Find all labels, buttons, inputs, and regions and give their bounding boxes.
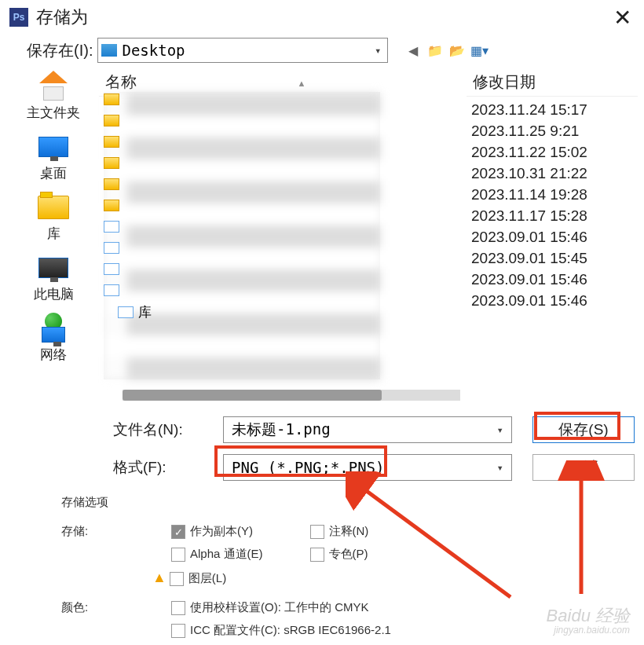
new-folder-icon[interactable]: 📂 xyxy=(449,43,465,57)
censored-file-names xyxy=(104,92,380,379)
photoshop-icon: Ps xyxy=(9,8,28,27)
checkbox-layers[interactable]: ▲图层(L) xyxy=(152,570,263,586)
chevron-down-icon: ▾ xyxy=(497,461,503,474)
chevron-down-icon: ▾ xyxy=(371,44,384,57)
horizontal-scrollbar[interactable] xyxy=(123,390,460,401)
file-date: 2023.09.01 15:45 xyxy=(471,250,638,267)
file-date: 2023.11.14 19:28 xyxy=(471,186,638,203)
sidebar-item-libraries[interactable]: 库 xyxy=(35,192,71,243)
file-date: 2023.09.01 15:46 xyxy=(471,292,638,310)
sidebar-item-label: 网络 xyxy=(40,346,67,364)
save-in-row: 保存在(I): Desktop ▾ ◀ 📁 📂 ▦▾ xyxy=(0,35,644,69)
file-name: 库 xyxy=(138,303,152,321)
sidebar-item-home[interactable]: 主文件夹 xyxy=(27,71,80,122)
column-date-header[interactable]: 修改日期 xyxy=(467,70,638,97)
filename-label: 文件名(N): xyxy=(113,420,223,440)
file-date: 2023.11.25 9:21 xyxy=(471,123,638,140)
desktop-icon xyxy=(101,44,117,57)
list-item[interactable]: 库 xyxy=(118,303,152,321)
checkbox-annot[interactable]: 注释(N) xyxy=(310,524,369,539)
up-folder-icon[interactable]: 📁 xyxy=(427,43,443,57)
cancel-button[interactable]: 取消 xyxy=(532,454,635,481)
column-date: 修改日期 2023.11.24 15:17 2023.11.25 9:21 20… xyxy=(467,70,638,391)
title-bar: Ps 存储为 ✕ xyxy=(0,0,644,35)
format-value: PNG (*.PNG;*.PNS) xyxy=(232,459,384,476)
sidebar-item-label: 库 xyxy=(47,225,60,243)
sidebar-item-label: 主文件夹 xyxy=(27,104,80,122)
watermark: Baidu 经验 jingyan.baidu.com xyxy=(547,607,630,636)
chevron-down-icon: ▾ xyxy=(497,423,503,436)
color-label: 颜色: xyxy=(61,600,171,638)
file-date: 2023.09.01 15:46 xyxy=(471,271,638,288)
window-title: 存储为 xyxy=(36,5,88,29)
file-date: 2023.11.22 15:02 xyxy=(471,144,638,161)
back-icon[interactable]: ◀ xyxy=(405,43,421,57)
view-menu-icon[interactable]: ▦▾ xyxy=(471,43,487,57)
filename-value: 未标题-1.png xyxy=(232,420,331,440)
shortcut-icon xyxy=(118,306,134,318)
format-label: 格式(F): xyxy=(113,457,223,478)
filename-input[interactable]: 未标题-1.png ▾ xyxy=(223,416,512,443)
save-in-label: 保存在(I): xyxy=(27,40,93,61)
checkbox-alpha[interactable]: Alpha 通道(E) xyxy=(171,547,263,562)
file-list-pane[interactable]: 名称 ▲ 修改日期 2023.11.24 15:17 2023.11.25 9:… xyxy=(99,69,638,391)
save-in-combo[interactable]: Desktop ▾ xyxy=(97,38,388,63)
sidebar-item-label: 此电脑 xyxy=(34,285,74,303)
date-list: 2023.11.24 15:17 2023.11.25 9:21 2023.11… xyxy=(467,97,638,310)
file-icons-column xyxy=(104,93,119,296)
sidebar-item-network[interactable]: 网络 xyxy=(35,313,71,364)
sidebar-item-desktop[interactable]: 桌面 xyxy=(35,131,71,182)
sidebar-item-label: 桌面 xyxy=(40,164,67,182)
warning-icon: ▲ xyxy=(152,570,166,585)
file-date: 2023.11.24 15:17 xyxy=(471,101,638,119)
column-name[interactable]: 名称 ▲ xyxy=(99,70,467,391)
checkbox-icc[interactable]: ICC 配置文件(C): sRGB IEC61966-2.1 xyxy=(171,623,391,638)
file-date: 2023.10.31 21:22 xyxy=(471,165,638,182)
sort-indicator-icon: ▲ xyxy=(298,79,306,88)
checkbox-ascopy[interactable]: ✓作为副本(Y) xyxy=(171,524,263,539)
file-date: 2023.11.17 15:28 xyxy=(471,207,638,225)
format-combo[interactable]: PNG (*.PNG;*.PNS) ▾ xyxy=(223,454,512,481)
save-button[interactable]: 保存(S) xyxy=(532,416,635,443)
main-area: 主文件夹 桌面 库 此电脑 网络 名称 ▲ xyxy=(0,69,644,391)
checkbox-spot[interactable]: 专色(P) xyxy=(310,547,369,562)
save-in-value: Desktop xyxy=(122,42,185,59)
nav-toolbar: ◀ 📁 📂 ▦▾ xyxy=(405,43,487,57)
options-legend: 存储选项 xyxy=(61,495,636,510)
file-date: 2023.09.01 15:46 xyxy=(471,229,638,246)
checkbox-proof[interactable]: 使用校样设置(O): 工作中的 CMYK xyxy=(171,600,391,615)
sidebar-item-thispc[interactable]: 此电脑 xyxy=(34,252,74,303)
places-sidebar: 主文件夹 桌面 库 此电脑 网络 xyxy=(8,69,99,391)
close-icon[interactable]: ✕ xyxy=(610,5,635,31)
